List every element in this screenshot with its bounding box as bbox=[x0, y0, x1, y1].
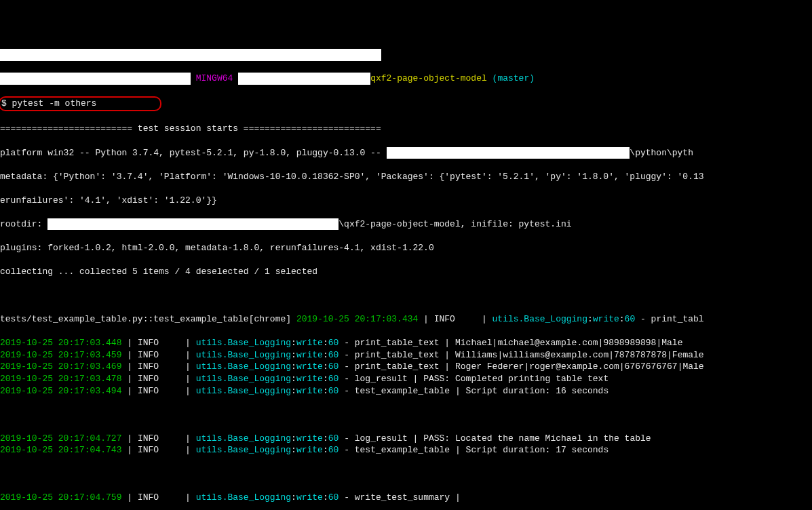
log-line: 2019-10-25 20:17:03.478 | INFO | utils.B… bbox=[0, 373, 812, 385]
log-line: 2019-10-25 20:17:03.448 | INFO | utils.B… bbox=[0, 337, 812, 349]
log-line: 2019-10-25 20:17:04.759 | INFO | utils.B… bbox=[0, 492, 812, 504]
blank bbox=[0, 290, 812, 302]
log-line: 2019-10-25 20:17:03.494 | INFO | utils.B… bbox=[0, 385, 812, 397]
log-line: 2019-10-25 20:17:04.743 | INFO | utils.B… bbox=[0, 444, 812, 456]
log-line: 2019-10-25 20:17:03.459 | INFO | utils.B… bbox=[0, 349, 812, 361]
platform-line: platform win32 -- Python 3.7.4, pytest-5… bbox=[0, 147, 812, 159]
log-group-2: 2019-10-25 20:17:04.727 | INFO | utils.B… bbox=[0, 433, 812, 456]
log-line: 2019-10-25 20:17:03.469 | INFO | utils.B… bbox=[0, 361, 812, 373]
log-line: 2019-10-25 20:17:04.727 | INFO | utils.B… bbox=[0, 433, 812, 445]
session-header: ========================= test session s… bbox=[0, 123, 812, 135]
rerun-line: erunfailures': '4.1', 'xdist': '1.22.0'}… bbox=[0, 195, 812, 207]
collecting-line: collecting ... collected 5 items / 4 des… bbox=[0, 266, 812, 278]
plugins-line: plugins: forked-1.0.2, html-2.0.0, metad… bbox=[0, 242, 812, 254]
log-group-1: 2019-10-25 20:17:03.448 | INFO | utils.B… bbox=[0, 337, 812, 397]
blank bbox=[0, 468, 812, 480]
redact-top bbox=[0, 49, 812, 61]
summary-log: 2019-10-25 20:17:04.759 | INFO | utils.B… bbox=[0, 492, 812, 504]
rootdir-line: rootdir: \qxf2-page-object-model, inifil… bbox=[0, 218, 812, 231]
metadata-line: metadata: {'Python': '3.7.4', 'Platform'… bbox=[0, 171, 812, 183]
blank bbox=[0, 409, 812, 421]
test-header: tests/test_example_table.py::test_exampl… bbox=[0, 313, 812, 326]
git-prompt: MINGW64 qxf2-page-object-model (master) bbox=[0, 73, 812, 85]
command-line[interactable]: $ pytest -m others bbox=[0, 96, 812, 111]
